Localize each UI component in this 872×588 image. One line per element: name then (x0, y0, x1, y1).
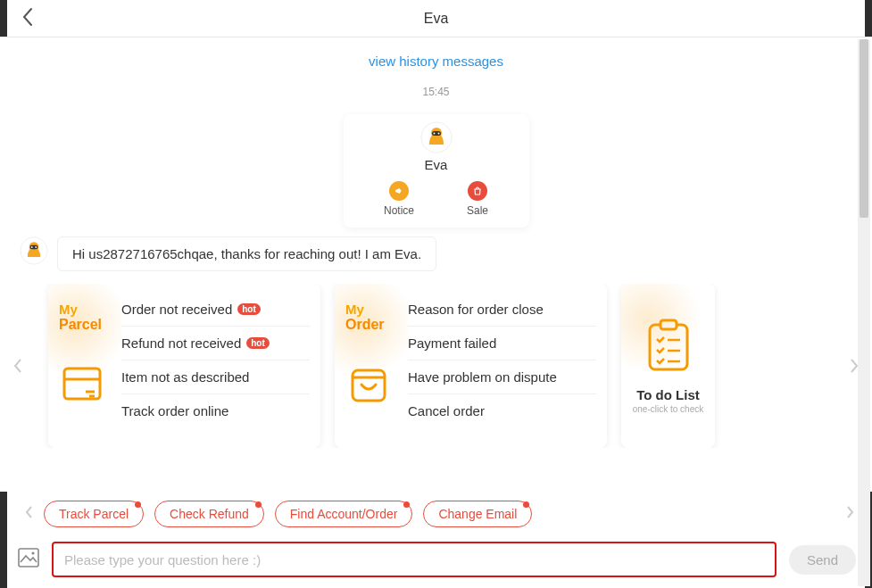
message-input[interactable] (64, 552, 764, 567)
category-line2: Order (345, 317, 399, 333)
attach-image-button[interactable] (18, 548, 39, 571)
scrollbar-thumb[interactable] (860, 39, 868, 218)
bot-action-notice[interactable]: Notice (384, 181, 414, 217)
bot-greeting-message: Hi us2872716765chqae, thanks for reachin… (57, 236, 436, 271)
help-item[interactable]: Track order online (121, 394, 310, 427)
help-item-label: Payment failed (408, 335, 496, 351)
suggestions-prev-button[interactable] (25, 506, 33, 522)
category-line1: My (59, 302, 112, 317)
help-card-parcel: MyParcelOrder not receivedhotRefund not … (48, 284, 320, 448)
view-history-link[interactable]: view history messages (369, 54, 503, 69)
category-line1: My (345, 302, 399, 317)
help-item[interactable]: Cancel order (408, 394, 596, 427)
svg-point-22 (31, 551, 34, 554)
chevron-left-icon (13, 358, 22, 374)
bot-actions: Notice Sale (344, 181, 529, 217)
card-category: MyOrder (335, 284, 408, 448)
bot-action-label: Notice (384, 204, 414, 217)
help-item-label: Order not received (121, 302, 232, 317)
bot-action-sale[interactable]: Sale (467, 181, 488, 217)
help-cards-strip: MyParcelOrder not receivedhotRefund not … (0, 284, 872, 448)
suggestion-chip[interactable]: Track Parcel (44, 501, 144, 527)
notification-dot-icon (135, 501, 141, 508)
suggestions-next-button[interactable] (846, 506, 854, 522)
bot-avatar-small-icon (20, 236, 48, 265)
todo-subtitle: one-click to check (633, 404, 703, 414)
chevron-left-icon (25, 506, 33, 518)
hot-badge: hot (237, 303, 261, 315)
bot-avatar-icon (420, 121, 453, 153)
bag-icon (468, 181, 487, 201)
help-item[interactable]: Item not as described (121, 360, 310, 394)
message-input-wrap (52, 542, 776, 577)
help-item[interactable]: Have problem on dispute (408, 360, 596, 394)
card-category: MyParcel (48, 284, 121, 448)
category-line2: Parcel (59, 317, 112, 333)
svg-point-9 (35, 246, 37, 248)
suggestion-label: Find Account/Order (290, 507, 398, 521)
parcel-box-icon (59, 360, 112, 410)
page-title: Eva (424, 11, 449, 27)
suggestion-chip[interactable]: Check Refund (154, 501, 264, 527)
shopping-bag-icon (345, 360, 399, 410)
notification-dot-icon (255, 501, 262, 508)
todo-title: To do List (636, 387, 700, 402)
help-item-label: Reason for order close (408, 302, 544, 317)
help-item-label: Have problem on dispute (408, 369, 557, 385)
help-item-label: Cancel order (408, 403, 485, 418)
scrollbar-track[interactable] (858, 39, 870, 586)
suggestion-label: Check Refund (170, 507, 249, 521)
header: Eva (0, 0, 872, 37)
bot-name: Eva (344, 157, 529, 172)
svg-point-8 (31, 246, 33, 248)
input-bar: Send (0, 536, 872, 588)
back-button[interactable] (21, 7, 34, 30)
card-items: Order not receivedhotRefund not received… (121, 284, 320, 448)
suggestions-bar: Track ParcelCheck RefundFind Account/Ord… (0, 492, 872, 536)
suggestion-chip[interactable]: Change Email (423, 501, 532, 527)
chevron-left-icon (21, 7, 34, 27)
bot-intro-card: Eva Notice Sale (344, 114, 529, 228)
help-item[interactable]: Refund not receivedhot (121, 327, 310, 360)
hot-badge: hot (246, 337, 270, 349)
help-item[interactable]: Reason for order close (408, 293, 596, 327)
history-link-row: view history messages (0, 54, 872, 70)
bot-message-row: Hi us2872716765chqae, thanks for reachin… (0, 236, 872, 271)
bot-action-label: Sale (467, 204, 488, 217)
suggestion-label: Track Parcel (59, 507, 129, 521)
svg-point-3 (433, 133, 435, 135)
send-button[interactable]: Send (789, 545, 856, 575)
timestamp: 15:45 (0, 86, 872, 98)
megaphone-icon (389, 181, 409, 201)
card-items: Reason for order closePayment failedHave… (408, 284, 607, 448)
suggestion-chip[interactable]: Find Account/Order (275, 501, 413, 527)
help-item-label: Refund not received (121, 335, 241, 351)
svg-rect-14 (353, 370, 385, 401)
help-item-label: Item not as described (121, 369, 249, 385)
help-item[interactable]: Order not receivedhot (121, 293, 310, 327)
help-item-label: Track order online (121, 403, 228, 418)
todo-list-card[interactable]: To do Listone-click to check (621, 284, 715, 448)
notification-dot-icon (523, 501, 529, 508)
notification-dot-icon (403, 501, 410, 508)
chevron-right-icon (846, 506, 854, 518)
chat-area: view history messages 15:45 Eva (0, 37, 872, 492)
cards-prev-button[interactable] (7, 358, 29, 374)
image-icon (18, 548, 39, 567)
svg-point-4 (437, 133, 439, 135)
help-card-order: MyOrderReason for order closePayment fai… (335, 284, 607, 448)
svg-rect-10 (64, 369, 100, 399)
help-item[interactable]: Payment failed (408, 327, 596, 360)
suggestion-label: Change Email (438, 507, 517, 521)
